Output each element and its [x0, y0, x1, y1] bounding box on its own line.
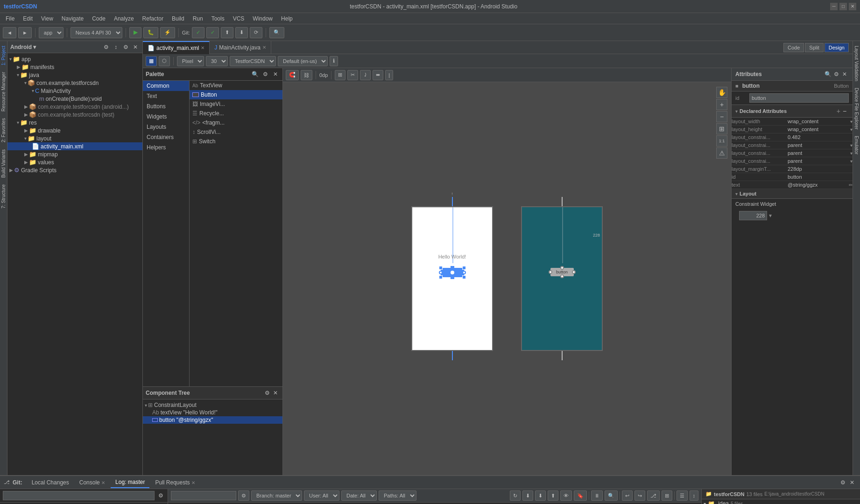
handle-mr-dark[interactable]: [572, 270, 576, 274]
menu-code[interactable]: Code: [88, 14, 109, 23]
panel-close-icon[interactable]: ✕: [848, 478, 856, 487]
phone-light[interactable]: Hello World!: [411, 206, 493, 351]
back-button[interactable]: ◄: [3, 27, 16, 38]
user-select[interactable]: User: All: [304, 490, 339, 501]
handle-tr[interactable]: [462, 266, 466, 270]
palette-cat-buttons[interactable]: Buttons: [143, 101, 189, 112]
tree-item-values[interactable]: ▶ 📁 values: [7, 158, 142, 166]
constraint-button[interactable]: ⛓: [301, 70, 312, 80]
info-button[interactable]: ℹ: [330, 56, 338, 66]
filter-btn[interactable]: ☰: [677, 490, 688, 501]
palette-item-button[interactable]: Button: [190, 90, 282, 99]
handle-mr[interactable]: [462, 271, 466, 274]
declared-attributes-header[interactable]: ▾ Declared Attributes + −: [732, 105, 853, 118]
palette-search-icon[interactable]: 🔍: [251, 70, 259, 78]
commit-action-btn[interactable]: ⎇: [647, 490, 660, 501]
menu-refactor[interactable]: Refactor: [139, 14, 167, 23]
handle-tm[interactable]: [451, 266, 454, 270]
tree-item-java[interactable]: ▾ 📁 java: [7, 71, 142, 79]
tree-item-gradle[interactable]: ▶ ⚙ Gradle Scripts: [7, 166, 142, 174]
constraint-dropdown-icon[interactable]: ▾: [769, 212, 772, 219]
component-tree-settings-icon[interactable]: ⚙: [263, 389, 271, 397]
sidebar-tab-build[interactable]: Build Variants: [0, 147, 7, 181]
handle-tm-dark[interactable]: [560, 266, 564, 270]
palette-item-fragment[interactable]: </> <fragm...: [190, 118, 282, 127]
bottom-tab-pull-requests[interactable]: Pull Requests ✕: [150, 477, 199, 488]
handle-ml-dark[interactable]: [549, 270, 552, 274]
remove-attribute-icon[interactable]: −: [840, 107, 849, 115]
tree-item-mipmap[interactable]: ▶ 📁 mipmap: [7, 150, 142, 158]
minimize-button[interactable]: ─: [830, 3, 838, 10]
tree-item-activity-main[interactable]: 📄 activity_main.xml: [7, 142, 142, 150]
tree-item-layout[interactable]: ▾ 📁 layout: [7, 134, 142, 142]
push-btn[interactable]: ⬆: [548, 490, 558, 501]
menu-vcs[interactable]: VCS: [229, 14, 248, 23]
design-view-button[interactable]: Design: [825, 43, 849, 52]
sidebar-tab-resource[interactable]: Resource Manager: [0, 69, 7, 114]
console-close-icon[interactable]: ✕: [101, 480, 105, 485]
palette-settings-icon[interactable]: ⚙: [261, 70, 269, 78]
palette-cat-layouts[interactable]: Layouts: [143, 122, 189, 132]
guideline-button[interactable]: ✂: [347, 70, 358, 80]
layout-section-header[interactable]: ▾ Layout: [732, 189, 853, 199]
blueprint-mode-btn[interactable]: ⬡: [159, 56, 170, 66]
handle-bl[interactable]: [439, 275, 443, 279]
tree-item-package-main[interactable]: ▾ 📦 com.example.testforcsdn: [7, 79, 142, 87]
id-input[interactable]: [749, 93, 849, 103]
zoom-pan-button[interactable]: ✋: [716, 87, 727, 98]
zoom-out-button[interactable]: −: [716, 111, 727, 122]
panel-settings-icon[interactable]: ⚙: [839, 478, 847, 487]
palette-cat-containers[interactable]: Containers: [143, 132, 189, 142]
fetch-btn[interactable]: ⬇: [522, 490, 533, 501]
sync-icon[interactable]: ↕: [112, 43, 120, 51]
button-element[interactable]: [441, 268, 464, 277]
magnet-button[interactable]: 🧲: [286, 70, 299, 80]
edit-icon[interactable]: ✏: [849, 182, 853, 188]
component-tree-close-icon[interactable]: ✕: [271, 389, 280, 397]
api-level-select[interactable]: 30: [206, 56, 228, 66]
commit-search-input[interactable]: [171, 491, 236, 500]
handle-tl[interactable]: [439, 266, 443, 270]
zoom-issue-button[interactable]: ⚠: [716, 147, 727, 159]
attr-close-icon[interactable]: ✕: [840, 70, 849, 78]
tree-item-app[interactable]: ▾ 📁 app: [7, 55, 142, 63]
pack-button[interactable]: ⤸: [360, 70, 371, 80]
gear-icon[interactable]: ⚙: [102, 43, 110, 51]
sidebar-tab-favorites[interactable]: 2: Favorites: [0, 115, 7, 145]
palette-cat-text[interactable]: Text: [143, 91, 189, 101]
paths-select[interactable]: Paths: All: [379, 490, 416, 501]
device-selector[interactable]: Nexus 4 API 30: [70, 27, 122, 38]
tree-constraint-layout[interactable]: ▾ ⊞ ConstraintLayout: [143, 401, 282, 409]
git-settings-icon[interactable]: ⚙: [156, 491, 165, 500]
debug-button[interactable]: 🐛: [143, 27, 158, 38]
sidebar-tab-device-file[interactable]: Device File Explorer: [853, 85, 860, 132]
zoom-11-button[interactable]: 1:1: [716, 135, 727, 147]
git-history-button[interactable]: ⟳: [250, 27, 262, 38]
menu-window[interactable]: Window: [249, 14, 276, 23]
tree-item-package-android[interactable]: ▶ 📦 com.example.testforcsdn (android...): [7, 103, 142, 111]
palette-close-icon[interactable]: ✕: [271, 70, 280, 78]
handle-br[interactable]: [462, 275, 466, 279]
tree-item-manifests[interactable]: ▶ 📁 manifests: [7, 63, 142, 71]
bottom-tab-console[interactable]: Console ✕: [75, 477, 110, 488]
attr-search-icon[interactable]: 🔍: [824, 70, 832, 78]
tree-item-drawable[interactable]: ▶ 📁 drawable: [7, 126, 142, 134]
sidebar-tab-structure[interactable]: 7: Structure: [0, 182, 7, 211]
git-commit-button[interactable]: ✓: [206, 27, 219, 38]
git-pull-button[interactable]: ⬇: [235, 27, 248, 38]
tree-item-mainactivity[interactable]: ▾ C MainActivity: [7, 87, 142, 95]
handle-ml[interactable]: [439, 271, 443, 274]
theme-select[interactable]: TestforCSDN: [230, 56, 276, 66]
pr-close-icon[interactable]: ✕: [191, 480, 195, 485]
forward-button[interactable]: ►: [18, 27, 32, 38]
app-selector[interactable]: app: [39, 27, 63, 38]
search-everywhere-button[interactable]: 🔍: [269, 27, 284, 38]
palette-item-scrollview[interactable]: ↕ ScrollVi...: [190, 127, 282, 137]
tree-textview[interactable]: Ab textView "Hello World!": [143, 409, 282, 416]
zoom-fit-button[interactable]: ⊞: [716, 123, 727, 134]
tab-mainactivity[interactable]: J MainActivity.java ✕: [210, 41, 271, 54]
menu-file[interactable]: File: [2, 14, 18, 23]
date-select[interactable]: Date: All: [341, 490, 377, 501]
run-button[interactable]: ▶: [129, 27, 141, 38]
device-size-select[interactable]: Pixel: [177, 56, 204, 66]
